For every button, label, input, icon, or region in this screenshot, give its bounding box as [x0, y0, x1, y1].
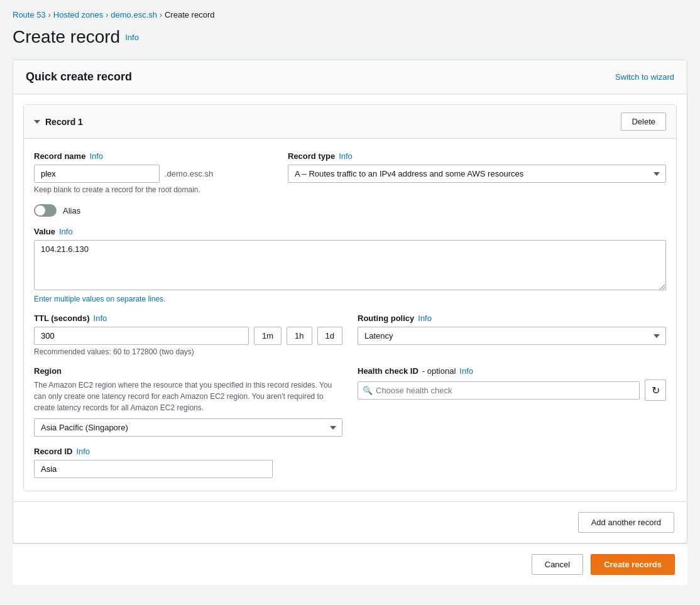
routing-policy-label: Routing policy Info	[358, 313, 666, 323]
panel-header: Quick create record Switch to wizard	[13, 60, 687, 94]
cancel-button[interactable]: Cancel	[532, 554, 583, 575]
region-select-wrapper: US East (N. Virginia)US East (Ohio)US We…	[34, 418, 342, 437]
breadcrumb-sep-1: ›	[48, 11, 51, 19]
record-section-header: Record 1 Delete	[24, 105, 676, 139]
breadcrumb-demo-esc-sh[interactable]: demo.esc.sh	[111, 10, 157, 19]
breadcrumb: Route 53 › Hosted zones › demo.esc.sh › …	[13, 10, 687, 19]
record-type-select[interactable]: A – Routes traffic to an IPv4 address an…	[288, 165, 666, 183]
chevron-down-icon	[34, 120, 40, 124]
page-title-section: Create record Info	[13, 27, 687, 47]
record-name-input-row: .demo.esc.sh	[34, 165, 273, 183]
region-description: The Amazon EC2 region where the resource…	[34, 379, 342, 413]
health-check-input[interactable]	[358, 381, 640, 400]
routing-policy-select[interactable]: SimpleFailoverGeolocationGeoproximityLat…	[358, 327, 666, 345]
value-hint: Enter multiple values on separate lines.	[34, 295, 666, 303]
value-info-link[interactable]: Info	[59, 227, 73, 236]
health-check-optional: - optional	[422, 366, 456, 376]
create-records-button[interactable]: Create records	[591, 554, 675, 575]
name-type-row: Record name Info .demo.esc.sh Keep blank…	[34, 151, 666, 194]
breadcrumb-hosted-zones[interactable]: Hosted zones	[53, 10, 104, 19]
health-check-refresh-button[interactable]: ↻	[645, 379, 666, 401]
value-hint-link[interactable]: Enter multiple values on separate lines.	[34, 295, 165, 303]
record-name-label: Record name Info	[34, 151, 273, 161]
add-another-record-button[interactable]: Add another record	[578, 512, 674, 533]
health-check-label: Health check ID - optional Info	[358, 366, 666, 376]
routing-policy-col: Routing policy Info SimpleFailoverGeoloc…	[358, 313, 666, 356]
ttl-1d-button[interactable]: 1d	[317, 327, 342, 345]
record-type-info-link[interactable]: Info	[339, 151, 353, 161]
health-check-info-link[interactable]: Info	[459, 366, 473, 376]
ttl-routing-row: TTL (seconds) Info 1m 1h 1d Recommended …	[34, 313, 666, 356]
record-id-info-link[interactable]: Info	[76, 447, 90, 456]
record-id-label: Record ID Info	[34, 447, 666, 456]
ttl-input-row: 1m 1h 1d	[34, 327, 342, 345]
switch-wizard-link[interactable]: Switch to wizard	[615, 72, 674, 82]
routing-policy-info-link[interactable]: Info	[418, 313, 432, 323]
record-form: Record name Info .demo.esc.sh Keep blank…	[24, 139, 676, 491]
domain-suffix: .demo.esc.sh	[165, 169, 213, 178]
page-container: Route 53 › Hosted zones › demo.esc.sh › …	[0, 0, 700, 605]
value-textarea[interactable]: 104.21.6.130	[34, 240, 666, 290]
record-name-hint: Keep blank to create a record for the ro…	[34, 185, 273, 194]
record-name-col: Record name Info .demo.esc.sh Keep blank…	[34, 151, 273, 194]
ttl-info-link[interactable]: Info	[94, 313, 107, 323]
breadcrumb-current: Create record	[165, 10, 214, 19]
record-toggle-title: Record 1	[34, 117, 83, 127]
record-id-input[interactable]	[34, 460, 273, 478]
region-label: Region	[34, 366, 342, 376]
ttl-1m-button[interactable]: 1m	[254, 327, 282, 345]
record-section-label: Record 1	[45, 117, 83, 127]
breadcrumb-route53[interactable]: Route 53	[13, 10, 46, 19]
page-action-footer: Cancel Create records	[13, 543, 687, 585]
record-id-section: Record ID Info	[34, 447, 666, 478]
panel-title: Quick create record	[26, 70, 132, 84]
record-section-1: Record 1 Delete Record name Info	[23, 104, 677, 491]
routing-policy-select-wrapper: SimpleFailoverGeolocationGeoproximityLat…	[358, 327, 666, 345]
panel-body: Record 1 Delete Record name Info	[13, 104, 687, 543]
record-type-col: Record type Info A – Routes traffic to a…	[288, 151, 666, 194]
alias-toggle-thumb	[35, 205, 45, 215]
region-col: Region The Amazon EC2 region where the r…	[34, 366, 342, 437]
record-name-info-link[interactable]: Info	[89, 151, 103, 161]
main-panel: Quick create record Switch to wizard Rec…	[13, 60, 687, 543]
alias-label: Alias	[63, 206, 80, 215]
delete-button[interactable]: Delete	[621, 112, 666, 131]
alias-toggle[interactable]	[34, 204, 57, 217]
value-label: Value Info	[34, 227, 666, 236]
panel-footer: Add another record	[13, 501, 687, 543]
record-type-label: Record type Info	[288, 151, 666, 161]
value-col: Value Info 104.21.6.130 Enter multiple v…	[34, 227, 666, 303]
ttl-hint: Recommended values: 60 to 172800 (two da…	[34, 347, 342, 356]
record-name-input[interactable]	[34, 165, 160, 183]
alias-row: Alias	[34, 204, 666, 217]
ttl-label: TTL (seconds) Info	[34, 313, 342, 323]
health-check-col: Health check ID - optional Info 🔍	[358, 366, 666, 437]
breadcrumb-sep-2: ›	[106, 11, 108, 19]
alias-toggle-track	[34, 204, 57, 217]
refresh-icon: ↻	[652, 384, 660, 396]
breadcrumb-sep-3: ›	[160, 11, 162, 19]
health-check-input-row: 🔍 ↻	[358, 379, 666, 401]
ttl-1h-button[interactable]: 1h	[287, 327, 312, 345]
page-title: Create record	[13, 27, 120, 47]
ttl-col: TTL (seconds) Info 1m 1h 1d Recommended …	[34, 313, 342, 356]
ttl-input[interactable]	[34, 327, 249, 345]
region-select[interactable]: US East (N. Virginia)US East (Ohio)US We…	[34, 418, 342, 437]
health-check-input-wrap: 🔍	[358, 381, 640, 400]
page-info-link[interactable]: Info	[125, 33, 139, 42]
region-health-row: Region The Amazon EC2 region where the r…	[34, 366, 666, 437]
record-type-select-wrapper: A – Routes traffic to an IPv4 address an…	[288, 165, 666, 183]
